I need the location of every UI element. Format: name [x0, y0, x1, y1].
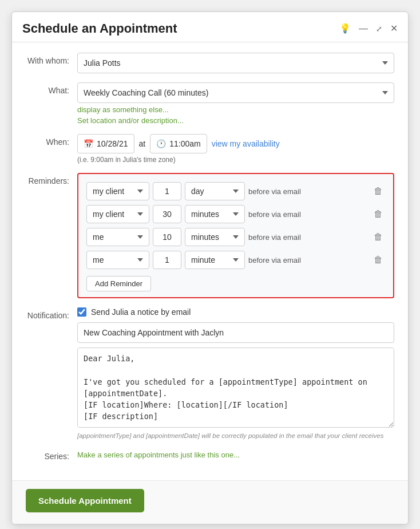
series-label: Series: — [26, 448, 77, 461]
reminder-4-num-input[interactable] — [153, 251, 181, 269]
reminders-box: my client me both day days minute minute… — [77, 173, 394, 298]
notification-row: Notification: Send Julia a notice by ema… — [26, 307, 394, 439]
when-label: When: — [26, 134, 77, 147]
reminder-1-text: before via email — [248, 187, 368, 196]
reminder-2-unit-select[interactable]: minute minutes hour hours day days week … — [185, 205, 245, 223]
email-body-textarea[interactable]: Dear Julia, I've got you scheduled for a… — [77, 348, 394, 428]
reminders-label: Reminders: — [26, 173, 77, 185]
dialog-title: Schedule an Appointment — [22, 21, 177, 36]
reminder-3-delete-button[interactable]: 🗑 — [371, 231, 385, 243]
what-content: Weekly Coaching Call (60 minutes) displa… — [77, 82, 394, 125]
when-content: 📅 10/28/21 at 🕐 11:00am view my availabi… — [77, 134, 394, 164]
lightbulb-icon[interactable]: 💡 — [339, 24, 351, 33]
what-select[interactable]: Weekly Coaching Call (60 minutes) — [77, 82, 394, 103]
add-reminder-button[interactable]: Add Reminder — [86, 276, 151, 291]
reminder-3-unit-select[interactable]: minute minutes hour hours day days week … — [185, 228, 245, 246]
with-whom-content: Julia Potts — [77, 53, 394, 73]
reminder-row-4: my client me both minute minutes hour ho… — [86, 251, 385, 269]
notification-content: Send Julia a notice by email Dear Julia,… — [77, 307, 394, 439]
schedule-appointment-button[interactable]: Schedule Appointment — [26, 489, 144, 512]
date-picker[interactable]: 📅 10/28/21 — [77, 134, 134, 153]
titlebar-icons: 💡 — ⤢ ✕ — [339, 24, 398, 33]
email-subject-input[interactable] — [77, 322, 394, 343]
with-whom-label: With whom: — [26, 53, 77, 65]
reminder-row-3: my client me both minute minutes hour ho… — [86, 228, 385, 246]
date-value: 10/28/21 — [97, 139, 128, 148]
reminder-2-who-select[interactable]: my client me both — [86, 205, 149, 223]
email-hint: [appointmentType] and [appointmentDate] … — [77, 432, 394, 439]
resize-icon[interactable]: ⤢ — [376, 25, 382, 33]
when-controls: 📅 10/28/21 at 🕐 11:00am view my availabi… — [77, 134, 394, 153]
minimize-icon[interactable]: — — [359, 24, 368, 33]
reminder-4-who-select[interactable]: my client me both — [86, 251, 149, 269]
reminder-2-delete-button[interactable]: 🗑 — [371, 208, 385, 220]
what-row: What: Weekly Coaching Call (60 minutes) … — [26, 82, 394, 125]
reminders-content: my client me both day days minute minute… — [77, 173, 394, 298]
set-location-link[interactable]: Set location and/or description... — [77, 116, 394, 125]
reminder-1-unit-select[interactable]: day days minute minutes hour hours week … — [185, 182, 245, 200]
dialog-footer: Schedule Appointment — [12, 480, 408, 524]
reminder-row-2: my client me both minute minutes hour ho… — [86, 205, 385, 223]
reminder-3-who-select[interactable]: my client me both — [86, 228, 149, 246]
dialog-body: With whom: Julia Potts What: Weekly Coac… — [12, 42, 408, 480]
reminder-1-delete-button[interactable]: 🗑 — [371, 185, 385, 198]
with-whom-select[interactable]: Julia Potts — [77, 53, 394, 73]
reminder-2-num-input[interactable] — [153, 205, 181, 223]
timezone-hint: (i.e. 9:00am in Julia's time zone) — [77, 156, 394, 164]
notification-checkbox[interactable] — [77, 307, 86, 317]
reminder-row-1: my client me both day days minute minute… — [86, 182, 385, 200]
reminder-4-delete-button[interactable]: 🗑 — [371, 254, 385, 266]
dialog-titlebar: Schedule an Appointment 💡 — ⤢ ✕ — [12, 12, 408, 42]
series-link[interactable]: Make a series of appointments just like … — [77, 451, 394, 459]
reminder-4-text: before via email — [248, 256, 368, 264]
view-availability-link[interactable]: view my availability — [212, 139, 280, 148]
notification-checkbox-row: Send Julia a notice by email — [77, 307, 394, 317]
reminder-4-unit-select[interactable]: minute minutes hour hours day days week … — [185, 251, 245, 269]
schedule-appointment-dialog: Schedule an Appointment 💡 — ⤢ ✕ With who… — [11, 11, 409, 524]
display-as-link[interactable]: display as something else... — [77, 105, 394, 114]
clock-icon: 🕐 — [156, 139, 166, 148]
reminder-3-num-input[interactable] — [153, 228, 181, 246]
time-value: 11:00am — [169, 139, 200, 148]
time-picker[interactable]: 🕐 11:00am — [150, 134, 207, 153]
notification-checkbox-label: Send Julia a notice by email — [91, 307, 191, 317]
when-row: When: 📅 10/28/21 at 🕐 11:00am view my av… — [26, 134, 394, 164]
reminder-3-text: before via email — [248, 233, 368, 242]
at-text: at — [139, 139, 146, 148]
close-icon[interactable]: ✕ — [390, 24, 398, 33]
calendar-icon: 📅 — [84, 139, 93, 148]
series-content: Make a series of appointments just like … — [77, 448, 394, 459]
what-label: What: — [26, 82, 77, 95]
reminder-1-num-input[interactable] — [153, 182, 181, 200]
reminder-1-who-select[interactable]: my client me both — [86, 182, 149, 200]
reminder-2-text: before via email — [248, 210, 368, 219]
with-whom-row: With whom: Julia Potts — [26, 53, 394, 73]
reminders-row: Reminders: my client me both day days — [26, 173, 394, 298]
series-row: Series: Make a series of appointments ju… — [26, 448, 394, 461]
notification-label: Notification: — [26, 307, 77, 320]
